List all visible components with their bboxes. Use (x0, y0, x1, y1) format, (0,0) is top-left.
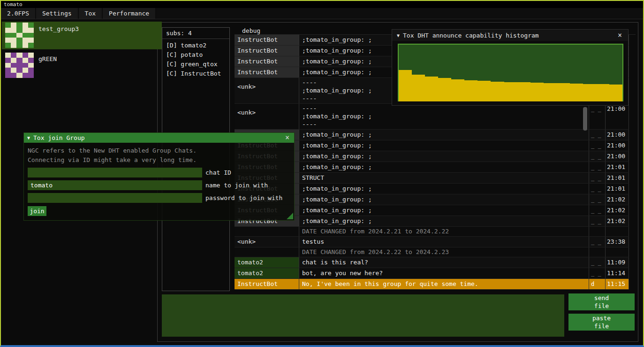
histogram-bar (557, 83, 570, 101)
join-group-window: ▼ Tox join Group × NGC refers to the New… (23, 132, 295, 221)
avatar-pixel (16, 53, 22, 58)
join-group-window-title: Tox join Group (33, 134, 284, 141)
avatar-pixel (28, 33, 34, 38)
histogram-bar (530, 83, 544, 101)
chat-message-text: testus (299, 237, 589, 247)
avatar-pixel (28, 43, 34, 48)
password-to-join-with-input[interactable] (28, 193, 202, 203)
menu-item-performance[interactable]: Performance (103, 8, 156, 19)
avatar-pixel (28, 68, 34, 73)
send-file-button[interactable]: send file (568, 293, 635, 310)
date-row-spacer (235, 247, 299, 257)
date-row-spacer (606, 247, 629, 257)
join-button[interactable]: join (28, 206, 46, 216)
avatar-pixel (23, 23, 28, 28)
avatar-pixel (28, 58, 34, 63)
avatar-pixel (5, 58, 11, 63)
avatar-pixel (11, 23, 16, 28)
subs-list-item[interactable]: [C] green_qtox (162, 60, 229, 69)
avatar-pixel (16, 58, 22, 63)
date-changed-text: DATE CHANGED from 2024.2.22 to 2024.2.23 (299, 247, 589, 257)
avatar-pixel (28, 23, 34, 28)
group-name-label: test_group3 (38, 25, 79, 49)
title-bar: tomato (1, 1, 643, 8)
chat-sender: InstructBot (235, 35, 299, 45)
sidebar-group-test-group3[interactable]: test_group3 (2, 22, 162, 49)
chat-message-row[interactable]: InstructBotNo, I've been in this group f… (235, 279, 629, 290)
histogram-bar (544, 83, 557, 101)
name-to-join-with-input[interactable] (28, 180, 202, 190)
chat-message-time: 23:38 (606, 237, 629, 247)
avatar-pixel (16, 68, 22, 73)
avatar-pixel (11, 28, 16, 33)
join-group-description: NGC refers to the New DHT enabled Group … (24, 143, 294, 165)
chat-message-text: ;tomato_in_group: ; (299, 216, 589, 226)
chat-message-flags: _ _ (589, 130, 606, 140)
histogram-window: ▼ Tox DHT announce capability histogram … (392, 29, 629, 106)
collapse-icon[interactable]: ▼ (397, 33, 400, 38)
join-field-label: chat ID (205, 168, 231, 177)
chat-message-row[interactable]: tomato2bot, are you new here?_ _11:14 (235, 268, 629, 279)
menu-item-tox[interactable]: Tox (79, 8, 103, 19)
chat-message-row[interactable]: <unk>----;tomato_in_group: ;----_ _21:00 (235, 104, 629, 130)
group-avatar (5, 23, 34, 48)
avatar-pixel (23, 28, 28, 33)
chat-sender: <unk> (235, 78, 299, 103)
collapse-icon[interactable]: ▼ (27, 135, 30, 140)
subs-list-item[interactable]: [D] tomato2 (162, 41, 229, 50)
chat-message-flags: _ _ (589, 151, 606, 162)
group-avatar (5, 53, 34, 78)
chat-id-input[interactable] (28, 168, 202, 177)
close-icon[interactable]: × (616, 32, 623, 39)
join-field-label: password to join with (205, 193, 282, 203)
subs-list-item[interactable]: [C] InstructBot (162, 69, 229, 78)
sidebar-group-green[interactable]: gREEN (2, 52, 162, 79)
chat-message-row[interactable]: tomato2chat is this real?_ _11:09 (235, 257, 629, 268)
histogram-bar (583, 84, 596, 102)
paste-file-button[interactable]: paste file (568, 314, 635, 331)
close-icon[interactable]: × (284, 134, 291, 141)
histogram-bar (491, 82, 504, 101)
chat-message-time: 11:09 (606, 257, 629, 268)
avatar-pixel (23, 68, 28, 73)
histogram-bars (399, 45, 622, 101)
date-changed-row: DATE CHANGED from 2024.2.21 to 2024.2.22 (235, 227, 629, 237)
chat-message-text: ----;tomato_in_group: ;---- (299, 104, 589, 129)
avatar-pixel (28, 28, 34, 33)
menu-item-settings[interactable]: Settings (36, 8, 79, 19)
chat-message-text: bot, are you new here? (299, 268, 589, 278)
date-row-spacer (589, 247, 606, 257)
chat-message-row[interactable]: <unk>testus_ _23:38 (235, 237, 629, 247)
histogram-chart (398, 44, 623, 101)
histogram-bar (477, 81, 491, 101)
chat-sender: InstructBot (235, 67, 299, 77)
date-row-spacer (606, 227, 629, 236)
menu-item-2-0fps: 2.0FPS (1, 8, 36, 19)
histogram-window-title: Tox DHT announce capability histogram (403, 32, 616, 39)
avatar-pixel (5, 43, 11, 48)
message-input[interactable] (162, 294, 564, 337)
chat-scrollbar[interactable] (583, 107, 587, 131)
chat-sender: tomato2 (235, 257, 299, 268)
join-group-titlebar[interactable]: ▼ Tox join Group × (24, 133, 294, 143)
avatar-pixel (11, 43, 16, 48)
histogram-bar (570, 84, 583, 101)
join-field-label: name to join with (205, 180, 268, 190)
avatar-pixel (5, 28, 11, 33)
chat-message-text: No, I've been in this group for quite so… (299, 279, 589, 289)
chat-message-time: 21:02 (606, 194, 629, 205)
chat-message-text: ;tomato_in_group: ; (299, 140, 589, 151)
chat-message-text: ;tomato_in_group: ; (299, 194, 589, 205)
histogram-bar (451, 79, 464, 101)
chat-message-flags: _ _ (589, 104, 606, 129)
chat-message-text: STRUCT (299, 173, 589, 183)
subs-list: [D] tomato2[C] potato[C] green_qtox[C] I… (162, 39, 229, 78)
resize-grip-icon[interactable] (287, 213, 293, 219)
chat-message-flags: _ _ (589, 216, 606, 226)
chat-message-flags: _ _ (589, 162, 606, 172)
chat-message-time: 11:15 (606, 279, 629, 289)
join-fields: chat IDname to join withpassword to join… (24, 168, 294, 203)
histogram-titlebar[interactable]: ▼ Tox DHT announce capability histogram … (392, 30, 628, 41)
chat-message-text: ;tomato_in_group: ; (299, 162, 589, 172)
subs-list-item[interactable]: [C] potato (162, 50, 229, 60)
